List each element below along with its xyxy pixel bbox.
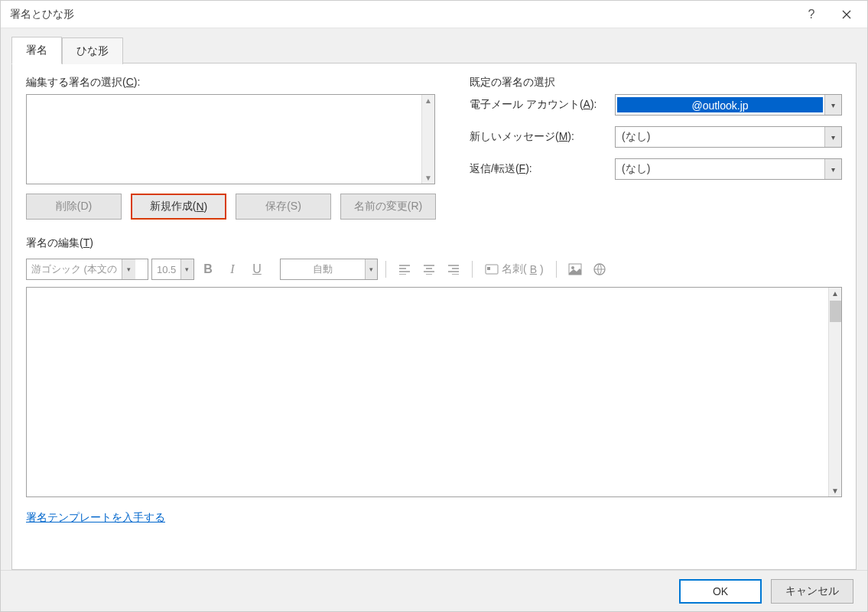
rename-button[interactable]: 名前の変更(R)	[340, 194, 436, 220]
select-signature-label: 編集する署名の選択(C):	[26, 76, 454, 90]
scroll-up-icon: ▲	[424, 95, 432, 106]
chevron-down-icon: ▾	[824, 159, 841, 179]
upper-row: 編集する署名の選択(C): ▲ ▼ 削除(D) 新規作成(N) 保存(S)	[26, 76, 842, 220]
align-right-button[interactable]	[443, 259, 464, 280]
scroll-up-icon: ▲	[831, 288, 839, 299]
newmsg-row: 新しいメッセージ(M): (なし) ▾	[470, 126, 842, 148]
account-row: 電子メール アカウント(A): @outlook.jp ▾	[470, 94, 842, 116]
newmsg-combo[interactable]: (なし) ▾	[615, 126, 842, 148]
svg-rect-1	[487, 267, 490, 270]
reply-label: 返信/転送(F):	[470, 162, 615, 176]
content-area: 署名 ひな形 編集する署名の選択(C): ▲ ▼ 削除(D)	[1, 28, 867, 570]
chevron-down-icon: ▾	[824, 95, 841, 115]
format-toolbar: 游ゴシック (本文の ▾ 10.5 ▾ B I U 自動 ▾	[26, 256, 842, 282]
get-templates-link[interactable]: 署名テンプレートを入手する	[26, 511, 165, 523]
align-left-icon	[398, 264, 411, 275]
reply-row: 返信/転送(F): (なし) ▾	[470, 158, 842, 180]
save-button[interactable]: 保存(S)	[236, 194, 331, 220]
italic-icon: I	[230, 262, 234, 276]
new-button[interactable]: 新規作成(N)	[131, 194, 226, 220]
underline-icon: U	[252, 262, 262, 276]
font-color-combo[interactable]: 自動 ▾	[280, 259, 378, 280]
card-icon	[485, 264, 499, 275]
scroll-down-icon: ▼	[831, 485, 839, 496]
ok-button[interactable]: OK	[679, 579, 762, 604]
tab-signature[interactable]: 署名	[11, 37, 62, 64]
signature-editor[interactable]: ▲ ▼	[26, 287, 842, 497]
separator	[472, 261, 473, 278]
align-center-icon	[423, 264, 435, 275]
titlebar: 署名とひな形 ?	[1, 1, 867, 28]
chevron-down-icon: ▾	[365, 259, 377, 279]
insert-link-button[interactable]	[589, 259, 610, 280]
right-column: 既定の署名の選択 電子メール アカウント(A): @outlook.jp ▾ 新…	[470, 76, 842, 220]
align-center-button[interactable]	[418, 259, 440, 280]
bold-icon: B	[203, 262, 213, 276]
default-signature-label: 既定の署名の選択	[470, 76, 842, 90]
editor-scrollbar[interactable]: ▲ ▼	[828, 288, 841, 496]
align-right-icon	[447, 264, 460, 275]
cancel-button[interactable]: キャンセル	[771, 579, 853, 604]
svg-point-3	[571, 266, 574, 269]
reply-value: (なし)	[616, 162, 824, 176]
link-icon	[593, 262, 606, 276]
business-card-button[interactable]: 名刺(B)	[480, 259, 548, 280]
delete-button[interactable]: 削除(D)	[26, 194, 122, 220]
close-icon	[842, 10, 851, 19]
reply-combo[interactable]: (なし) ▾	[615, 158, 842, 180]
separator	[385, 261, 386, 278]
account-combo[interactable]: @outlook.jp ▾	[615, 94, 842, 116]
insert-image-button[interactable]	[564, 259, 586, 280]
font-size-combo[interactable]: 10.5 ▾	[151, 259, 194, 280]
listbox-scrollbar[interactable]: ▲ ▼	[421, 95, 434, 184]
bold-button[interactable]: B	[197, 259, 219, 280]
font-name-combo[interactable]: 游ゴシック (本文の ▾	[26, 259, 148, 280]
underline-button[interactable]: U	[246, 259, 268, 280]
signature-button-row: 削除(D) 新規作成(N) 保存(S) 名前の変更(R)	[26, 194, 454, 220]
window-title: 署名とひな形	[10, 8, 74, 21]
scroll-thumb[interactable]	[830, 301, 841, 322]
chevron-down-icon: ▾	[122, 259, 135, 279]
italic-button[interactable]: I	[222, 259, 243, 280]
link-row: 署名テンプレートを入手する	[26, 511, 842, 525]
newmsg-value: (なし)	[616, 130, 824, 144]
tab-strip: 署名 ひな形	[11, 36, 857, 63]
chevron-down-icon: ▾	[180, 259, 193, 279]
chevron-down-icon: ▾	[824, 127, 841, 147]
align-left-button[interactable]	[394, 259, 415, 280]
tab-stationery[interactable]: ひな形	[62, 37, 123, 64]
tab-panel-signature: 編集する署名の選択(C): ▲ ▼ 削除(D) 新規作成(N) 保存(S)	[11, 63, 857, 570]
close-button[interactable]	[829, 2, 864, 27]
image-icon	[568, 263, 582, 275]
dialog-button-bar: OK キャンセル	[1, 570, 867, 611]
account-value: @outlook.jp	[617, 97, 823, 112]
edit-signature-label: 署名の編集(T)	[26, 236, 842, 250]
scroll-down-icon: ▼	[424, 172, 432, 184]
newmsg-label: 新しいメッセージ(M):	[470, 130, 615, 144]
help-button[interactable]: ?	[794, 2, 829, 27]
left-column: 編集する署名の選択(C): ▲ ▼ 削除(D) 新規作成(N) 保存(S)	[26, 76, 454, 220]
signatures-dialog: 署名とひな形 ? 署名 ひな形 編集する署名の選択(C): ▲ ▼	[0, 0, 868, 612]
separator	[556, 261, 557, 278]
signature-listbox[interactable]: ▲ ▼	[26, 94, 435, 184]
account-label: 電子メール アカウント(A):	[470, 98, 615, 112]
